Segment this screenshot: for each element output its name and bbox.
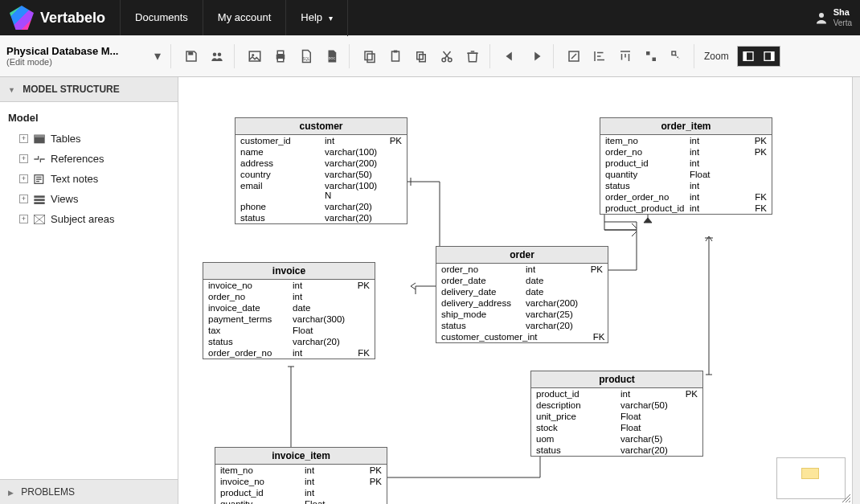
doc-export-button[interactable]: DOC [320,44,344,68]
expand-icon[interactable]: + [19,215,28,223]
entity-customer[interactable]: customer customer_idintPKnamevarchar(100… [235,117,407,224]
entity-column-row: countryvarchar(50) [235,169,407,180]
nav-help-label: Help [301,11,322,23]
col-name: status [441,321,526,330]
user-menu[interactable]: Sha Verta [806,0,860,35]
col-name: address [240,158,325,168]
entity-column-row: customer_customer_intFK [436,331,608,342]
col-type: int [305,465,362,475]
expand-icon[interactable]: + [19,174,28,183]
right-panel-collapsed[interactable] [852,77,860,504]
entity-product[interactable]: product product_idintPKdescriptionvarcha… [530,371,703,457]
col-key [747,181,767,191]
brand-logo[interactable]: Vertabelo [0,0,121,35]
svg-rect-20 [646,51,650,55]
entity-invoice-item[interactable]: invoice_item item_nointPKinvoice_nointPK… [215,447,387,504]
redo-button[interactable] [524,44,548,68]
col-name: item_no [220,465,305,475]
print-button[interactable] [268,44,293,68]
col-name: invoice_no [220,477,305,486]
diagram-canvas[interactable]: customer customer_idintPKnamevarchar(100… [178,77,852,504]
col-type: varchar(50) [620,400,678,410]
entity-column-row: ship_modevarchar(25) [436,309,608,320]
col-name: country [240,170,325,179]
entity-column-row: descriptionvarchar(50) [531,400,702,411]
svg-rect-31 [34,199,44,201]
model-structure-header[interactable]: ▼ MODEL STRUCTURE [0,77,178,102]
svg-text:DOC: DOC [329,56,336,59]
nav-documents[interactable]: Documents [121,0,203,35]
tree-label: Subject areas [51,213,171,225]
zoom-label[interactable]: Zoom [704,51,729,62]
entity-column-row: namevarchar(100) [235,146,407,158]
col-type: int [526,264,584,274]
save-button[interactable] [179,44,203,68]
sql-export-button[interactable]: SQL [294,44,318,68]
col-name: delivery_date [441,287,526,297]
entity-title: order_item [600,118,772,135]
expand-icon[interactable]: + [19,134,28,143]
layout-right-panel-button[interactable] [759,47,780,66]
nav-help[interactable]: Help ▾ [286,0,347,36]
tree-item-references[interactable]: + References [5,149,173,169]
share-button[interactable] [205,44,229,68]
svg-rect-11 [365,51,372,60]
problems-header[interactable]: ▶ PROBLEMS [0,479,178,504]
entity-order-item[interactable]: order_item item_nointPKorder_nointPKprod… [600,117,772,215]
expand-icon[interactable]: + [19,195,28,203]
col-key [678,434,698,444]
auto-layout-button[interactable] [665,44,689,68]
edit-mode-button[interactable] [562,44,586,68]
tree-item-text-notes[interactable]: + Text notes [5,169,173,189]
col-key [350,292,370,301]
doc-dropdown-icon[interactable]: ▾ [154,48,161,64]
resize-handle-icon[interactable] [841,493,850,502]
col-name: quantity [605,170,690,179]
delete-button[interactable] [461,44,485,68]
col-type: varchar(100) [325,147,383,157]
left-panel: ▼ MODEL STRUCTURE Model + Tables + Refer… [0,77,178,504]
col-type: int [620,389,678,399]
col-type: varchar(20) [325,202,383,211]
layout-left-panel-button[interactable] [738,47,759,66]
cut-button[interactable] [435,44,459,68]
tree-item-subject-areas[interactable]: + Subject areas [5,209,173,229]
distribute-button[interactable] [639,44,663,68]
undo-button[interactable] [498,44,522,68]
col-type: varchar(200) [325,158,383,168]
duplicate-button[interactable] [409,44,433,68]
tree-item-views[interactable]: + Views [5,189,173,209]
entity-order[interactable]: order order_nointPKorder_datedatedeliver… [436,246,608,343]
col-type: int [690,158,747,168]
col-type: date [526,276,584,285]
col-key [678,400,698,410]
tree-label: Tables [51,133,171,145]
col-key [350,303,370,313]
tree-root[interactable]: Model [5,109,173,129]
doc-title: Physical Database M... [6,45,143,57]
col-key: PK [584,264,603,274]
col-name: ship_mode [441,309,526,319]
copy-button[interactable] [358,44,382,68]
image-export-button[interactable] [243,44,267,68]
col-key [350,326,370,335]
entity-invoice[interactable]: invoice invoice_nointPKorder_nointinvoic… [203,262,375,359]
svg-rect-13 [392,51,399,61]
paste-button[interactable] [383,44,407,68]
svg-rect-8 [277,58,284,62]
svg-point-3 [218,52,222,56]
col-name: invoice_no [208,281,293,290]
col-name: delivery_address [441,298,526,308]
expand-icon[interactable]: + [19,154,28,163]
svg-point-2 [213,52,217,56]
col-type: Float [620,423,678,432]
minimap[interactable] [776,457,846,499]
align-left-button[interactable] [588,44,612,68]
col-name: email [240,181,325,200]
nav-my-account[interactable]: My account [203,0,286,35]
col-name: order_date [441,276,526,285]
align-top-button[interactable] [613,44,637,68]
table-icon [33,133,46,145]
tree-item-tables[interactable]: + Tables [5,129,173,149]
main-area: ▼ MODEL STRUCTURE Model + Tables + Refer… [0,77,860,504]
